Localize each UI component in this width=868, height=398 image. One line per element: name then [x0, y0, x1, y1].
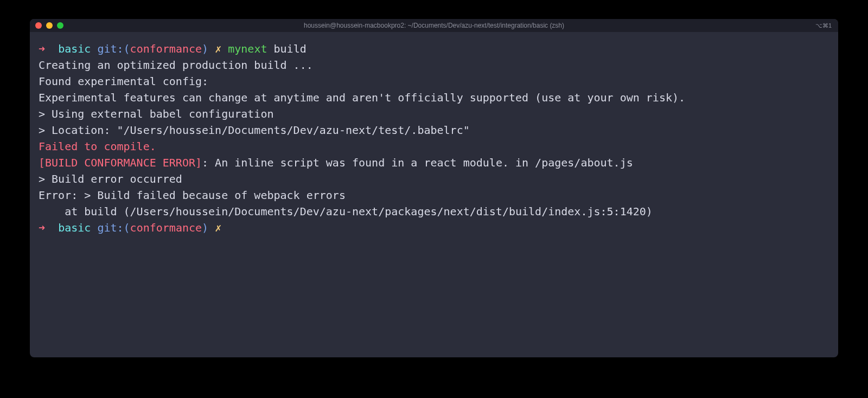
prompt-arrow-icon: ➜	[39, 221, 58, 234]
prompt-git-prefix: git:(	[91, 42, 130, 55]
prompt-line-2: ➜ basic git:(conformance) ✗	[39, 220, 829, 236]
prompt-git-prefix: git:(	[91, 221, 130, 234]
prompt-dir: basic	[58, 221, 91, 234]
error-detail: : An inline script was found in a react …	[202, 156, 633, 169]
prompt-arrow-icon: ➜	[39, 42, 58, 55]
error-label: [BUILD CONFORMANCE ERROR]	[39, 156, 202, 169]
output-line: Error: > Build failed because of webpack…	[39, 187, 829, 203]
window-title: houssein@houssein-macbookpro2: ~/Documen…	[304, 22, 564, 29]
maximize-icon[interactable]	[57, 22, 63, 29]
output-line: Creating an optimized production build .…	[39, 57, 829, 73]
dirty-x-icon: ✗	[215, 221, 221, 234]
output-error-line: Failed to compile.	[39, 138, 829, 155]
traffic-lights	[35, 22, 63, 29]
output-line: > Using external babel configuration	[39, 106, 829, 122]
command-name: mynext	[228, 42, 267, 55]
terminal-body[interactable]: ➜ basic git:(conformance) ✗ mynext build…	[30, 32, 838, 357]
prompt-dir: basic	[58, 42, 91, 55]
prompt-git-suffix: )	[202, 42, 215, 55]
terminal-window: houssein@houssein-macbookpro2: ~/Documen…	[30, 19, 838, 357]
output-line: Experimental features can change at anyt…	[39, 89, 829, 106]
tab-indicator: ⌥⌘1	[815, 22, 832, 29]
prompt-git-suffix: )	[202, 221, 215, 234]
output-line: at build (/Users/houssein/Documents/Dev/…	[39, 203, 829, 220]
output-conformance-error: [BUILD CONFORMANCE ERROR]: An inline scr…	[39, 155, 829, 171]
minimize-icon[interactable]	[46, 22, 53, 29]
output-line: Found experimental config:	[39, 73, 829, 89]
command-arg: build	[267, 42, 306, 55]
dirty-x-icon: ✗	[215, 42, 228, 55]
output-line: > Location: "/Users/houssein/Documents/D…	[39, 122, 829, 138]
prompt-line-1: ➜ basic git:(conformance) ✗ mynext build	[39, 41, 829, 57]
close-icon[interactable]	[35, 22, 42, 29]
prompt-branch: conformance	[130, 221, 202, 234]
prompt-branch: conformance	[130, 42, 202, 55]
output-line: > Build error occurred	[39, 171, 829, 187]
title-bar: houssein@houssein-macbookpro2: ~/Documen…	[30, 19, 838, 32]
